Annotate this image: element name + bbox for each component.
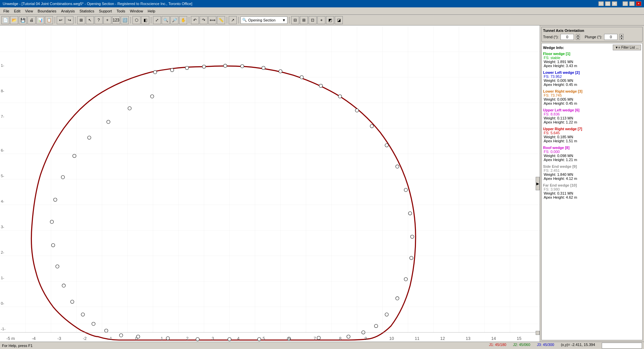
menu-analysis[interactable]: Analysis (59, 8, 77, 14)
wedge-name-6[interactable]: Side End wedge [9] (543, 164, 641, 168)
window-maximize-button[interactable]: □ (629, 1, 635, 6)
svg-text:10: 10 (389, 336, 394, 341)
svg-point-33 (223, 64, 227, 67)
window-minimize-button[interactable]: ─ (623, 1, 628, 6)
trend-up-btn[interactable]: ▲ (576, 34, 580, 37)
save-button[interactable]: 💾 (19, 16, 27, 24)
svg-point-35 (185, 66, 189, 69)
zoom-out-button[interactable]: 🔎 (170, 16, 178, 24)
plunge-input[interactable] (604, 34, 618, 40)
wedge-weight-0: Weight: 1.891 MN (544, 60, 641, 64)
new-button[interactable]: 📄 (1, 16, 9, 24)
status-j3: J3: 45/300 (537, 343, 554, 349)
minimize-button[interactable]: ─ (598, 1, 604, 6)
wedge-name-3[interactable]: Upper Left wedge [6] (543, 108, 641, 112)
svg-point-40 (319, 84, 322, 88)
svg-point-79 (153, 70, 157, 74)
menu-edit[interactable]: Edit (12, 8, 22, 14)
svg-text:3-: 3- (1, 225, 4, 229)
calc-button[interactable]: 🔢 (121, 16, 129, 24)
toolbar-extra1[interactable]: 📋 (45, 16, 53, 24)
menu-statistics[interactable]: Statistics (77, 8, 96, 14)
svg-point-61 (166, 337, 169, 340)
menu-tools[interactable]: Tools (115, 8, 127, 14)
zoom-in-button[interactable]: 🔍 (162, 16, 170, 24)
open-button[interactable]: 📂 (10, 16, 18, 24)
wedge-weight-2: Weight: 0.005 MN (544, 97, 641, 101)
svg-point-50 (404, 278, 408, 281)
section-view-btn6[interactable]: ◪ (335, 16, 343, 24)
wedge-name-0[interactable]: Floor wedge [1] (543, 52, 641, 56)
svg-point-77 (128, 107, 131, 110)
section-view-btn3[interactable]: ⊡ (309, 16, 317, 24)
plunge-up-btn[interactable]: ▲ (620, 34, 624, 37)
wedge-entry-4: Upper Right wedge [7] FS: 5.645 Weight: … (543, 127, 641, 143)
svg-point-56 (317, 336, 320, 340)
undo-button[interactable]: ↩ (57, 16, 65, 24)
window-close-button[interactable]: ✕ (636, 1, 641, 6)
svg-text:-2: -2 (83, 336, 87, 341)
add-button[interactable]: + (103, 16, 111, 24)
menu-window[interactable]: Window (128, 8, 145, 14)
pan-button[interactable]: ✋ (179, 16, 187, 24)
filter-list-button[interactable]: ▼≡ Filter List ... (613, 45, 641, 50)
wedge-fs-6: FS: 2.451 (544, 168, 641, 172)
wedge-name-5[interactable]: Roof wedge [8] (543, 146, 641, 150)
wedge-apex-5: Apex Height: 1.21 m (544, 158, 641, 162)
svg-text:-1-: -1- (1, 327, 6, 331)
menu-view[interactable]: View (23, 8, 35, 14)
scroll-right-arrow[interactable]: ▶ (536, 177, 540, 190)
sep4 (151, 17, 151, 23)
svg-point-66 (81, 313, 85, 316)
export-button[interactable]: 📊 (36, 16, 44, 24)
flip-button[interactable]: ⟺ (208, 16, 216, 24)
fit-button[interactable]: ⤢ (153, 16, 161, 24)
menu-support[interactable]: Support (97, 8, 114, 14)
inner-close-button[interactable]: ✕ (612, 1, 617, 6)
section-dropdown[interactable]: 🔍 Opening Section ▼ (240, 16, 287, 24)
grid-button[interactable]: ⊞ (77, 16, 85, 24)
scroll-corner[interactable] (536, 331, 540, 335)
sep2 (75, 17, 75, 23)
rotate-right-button[interactable]: ↷ (200, 16, 208, 24)
query-button[interactable]: ? (95, 16, 103, 24)
restore-button[interactable]: ◱ (605, 1, 610, 6)
toolbar: 📄 📂 💾 🖨 📊 📋 ↩ ↪ ⊞ ↖ ? + 123 🔢 ⬡ ◧ ⤢ 🔍 🔎 … (0, 15, 644, 26)
menu-boundaries[interactable]: Boundaries (36, 8, 58, 14)
command-input[interactable] (602, 343, 642, 349)
trend-down-btn[interactable]: ▼ (576, 37, 580, 40)
svg-text:6-: 6- (1, 148, 4, 152)
section-view-btn5[interactable]: ◩ (326, 16, 334, 24)
svg-text:11: 11 (415, 336, 420, 341)
trend-input[interactable] (560, 34, 574, 40)
section-view-btn2[interactable]: ⊞ (300, 16, 308, 24)
section-view-btn4[interactable]: ⌖ (317, 16, 325, 24)
wedge-name-7[interactable]: Far End wedge [10] (543, 183, 641, 187)
measure-button[interactable]: 📏 (217, 16, 225, 24)
print-button[interactable]: 🖨 (28, 16, 36, 24)
menu-file[interactable]: File (1, 8, 11, 14)
select-button[interactable]: ↖ (86, 16, 94, 24)
svg-point-53 (374, 324, 378, 328)
wedge-header-row: Wedge Info: ▼≡ Filter List ... (543, 45, 641, 50)
menu-help[interactable]: Help (146, 8, 157, 14)
arrow-button[interactable]: ↗ (229, 16, 237, 24)
num-button[interactable]: 123 (112, 16, 120, 24)
status-coords: J1: 45/180 J2: 45/060 J3: 45/300 (x,y)= … (489, 343, 642, 349)
rotate-left-button[interactable]: ↶ (191, 16, 199, 24)
canvas-area[interactable]: -5 m -4 -3 -2 -1 0 1 2 3 4 5 6 7 8 9 10 … (0, 26, 540, 342)
plunge-down-btn[interactable]: ▼ (620, 37, 624, 40)
wedge-name-2[interactable]: Lower Right wedge [3] (543, 89, 641, 93)
section-view-btn1[interactable]: ⊟ (291, 16, 299, 24)
wedge-entry-7: Far End wedge [10] FS: 3.980 Weight: 0.3… (543, 183, 641, 199)
view2d-button[interactable]: ◧ (141, 16, 149, 24)
svg-point-38 (279, 69, 282, 73)
svg-point-59 (228, 338, 231, 341)
view3d-button[interactable]: ⬡ (132, 16, 141, 24)
svg-point-32 (202, 65, 206, 68)
wedge-name-1[interactable]: Lower Left wedge [2] (543, 70, 641, 74)
redo-button[interactable]: ↪ (65, 16, 73, 24)
svg-point-49 (410, 256, 413, 260)
svg-text:1: 1 (161, 336, 163, 341)
wedge-name-4[interactable]: Upper Right wedge [7] (543, 127, 641, 131)
